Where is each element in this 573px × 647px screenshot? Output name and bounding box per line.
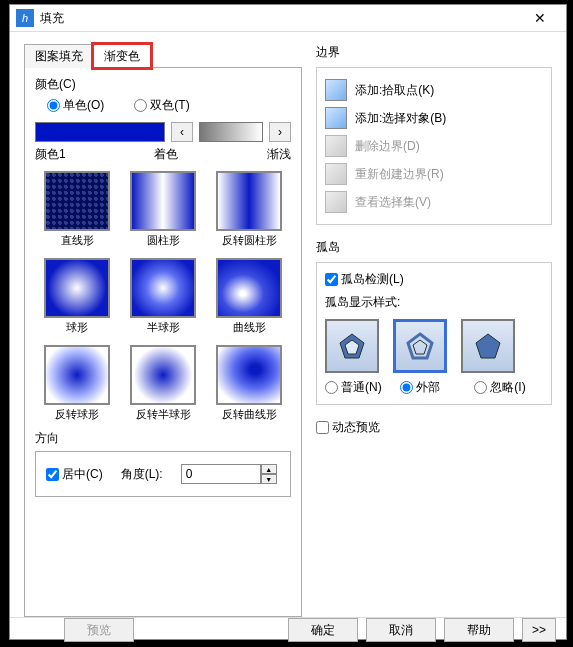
left-column: 图案填充 渐变色 颜色(C) 单色(O) 双色(T) ‹ › 颜色1 着色 bbox=[24, 44, 302, 617]
view-selection-icon bbox=[325, 191, 347, 213]
angle-input[interactable] bbox=[181, 464, 261, 484]
radio-two-label: 双色(T) bbox=[150, 97, 189, 114]
close-button[interactable]: ✕ bbox=[520, 5, 560, 31]
color-swatch[interactable] bbox=[35, 122, 165, 142]
label-color1: 颜色1 bbox=[35, 146, 66, 163]
tab-strip: 图案填充 渐变色 bbox=[24, 44, 302, 68]
cancel-button[interactable]: 取消 bbox=[366, 618, 436, 642]
preview-button[interactable]: 预览 bbox=[64, 618, 134, 642]
shade-left-button[interactable]: ‹ bbox=[171, 122, 193, 142]
direction-group: 方向 居中(C) 角度(L): ▲ ▼ bbox=[35, 430, 291, 497]
boundary-recreate: 重新创建边界(R) bbox=[325, 160, 543, 188]
island-style-label: 孤岛显示样式: bbox=[325, 294, 543, 311]
island-title: 孤岛 bbox=[316, 239, 552, 256]
titlebar: h 填充 ✕ bbox=[10, 5, 566, 32]
angle-spinner: ▲ ▼ bbox=[181, 464, 277, 484]
color-group-label: 颜色(C) bbox=[35, 76, 291, 93]
island-detect-checkbox[interactable]: 孤岛检测(L) bbox=[325, 271, 543, 288]
recreate-boundary-icon bbox=[325, 163, 347, 185]
tab-pattern[interactable]: 图案填充 bbox=[24, 44, 94, 68]
island-outer-radio[interactable]: 外部 bbox=[400, 379, 469, 396]
boundary-group: 边界 添加:拾取点(K) 添加:选择对象(B) 删除边界(D) 重新创建边界(R… bbox=[316, 44, 552, 225]
direction-label: 方向 bbox=[35, 430, 291, 447]
select-object-icon bbox=[325, 107, 347, 129]
swatch-linear[interactable]: 直线形 bbox=[41, 171, 113, 248]
swatch-inv-hemisphere[interactable]: 反转半球形 bbox=[127, 345, 199, 422]
ok-button[interactable]: 确定 bbox=[288, 618, 358, 642]
svg-marker-4 bbox=[476, 334, 500, 358]
boundary-view-selection: 查看选择集(V) bbox=[325, 188, 543, 216]
gradient-swatch-grid: 直线形 圆柱形 反转圆柱形 球形 半球形 曲线形 反转球形 反转半球形 反转曲线… bbox=[35, 171, 291, 422]
island-mode-icons bbox=[325, 319, 543, 373]
angle-up[interactable]: ▲ bbox=[261, 464, 277, 474]
radio-two-color[interactable]: 双色(T) bbox=[134, 97, 189, 114]
swatch-sphere[interactable]: 球形 bbox=[41, 258, 113, 335]
swatch-inv-sphere[interactable]: 反转球形 bbox=[41, 345, 113, 422]
angle-down[interactable]: ▼ bbox=[261, 474, 277, 484]
delete-boundary-icon bbox=[325, 135, 347, 157]
window-title: 填充 bbox=[40, 10, 520, 27]
dynamic-preview-checkbox[interactable]: 动态预览 bbox=[316, 419, 552, 436]
boundary-options: 添加:拾取点(K) 添加:选择对象(B) 删除边界(D) 重新创建边界(R) 查… bbox=[316, 67, 552, 225]
color-mode-row: 单色(O) 双色(T) bbox=[47, 97, 291, 114]
boundary-delete: 删除边界(D) bbox=[325, 132, 543, 160]
radio-one-label: 单色(O) bbox=[63, 97, 104, 114]
boundary-pick-point[interactable]: 添加:拾取点(K) bbox=[325, 76, 543, 104]
boundary-title: 边界 bbox=[316, 44, 552, 61]
direction-box: 居中(C) 角度(L): ▲ ▼ bbox=[35, 451, 291, 497]
svg-marker-3 bbox=[413, 340, 427, 354]
swatch-cylinder[interactable]: 圆柱形 bbox=[127, 171, 199, 248]
pick-point-icon bbox=[325, 79, 347, 101]
radio-one-color[interactable]: 单色(O) bbox=[47, 97, 104, 114]
help-button[interactable]: 帮助 bbox=[444, 618, 514, 642]
right-column: 边界 添加:拾取点(K) 添加:选择对象(B) 删除边界(D) 重新创建边界(R… bbox=[316, 44, 552, 617]
island-ignore-radio[interactable]: 忽略(I) bbox=[474, 379, 543, 396]
shade-slider[interactable] bbox=[199, 122, 263, 142]
tab-gradient[interactable]: 渐变色 bbox=[93, 44, 151, 68]
swatch-hemisphere[interactable]: 半球形 bbox=[127, 258, 199, 335]
island-outer-icon[interactable] bbox=[393, 319, 447, 373]
angle-label: 角度(L): bbox=[121, 466, 163, 483]
boundary-select-object[interactable]: 添加:选择对象(B) bbox=[325, 104, 543, 132]
label-tint: 着色 bbox=[154, 146, 178, 163]
swatch-curved[interactable]: 曲线形 bbox=[213, 258, 285, 335]
label-shade: 渐浅 bbox=[267, 146, 291, 163]
shade-right-button[interactable]: › bbox=[269, 122, 291, 142]
gradient-panel: 颜色(C) 单色(O) 双色(T) ‹ › 颜色1 着色 渐浅 直线 bbox=[24, 67, 302, 617]
swatch-inv-cylinder[interactable]: 反转圆柱形 bbox=[213, 171, 285, 248]
footer: 预览 确定 取消 帮助 >> bbox=[10, 617, 566, 642]
slider-labels: 颜色1 着色 渐浅 bbox=[35, 146, 291, 163]
island-mode-labels: 普通(N) 外部 忽略(I) bbox=[325, 379, 543, 396]
app-icon: h bbox=[16, 9, 34, 27]
expand-button[interactable]: >> bbox=[522, 618, 556, 642]
island-normal-icon[interactable] bbox=[325, 319, 379, 373]
center-checkbox[interactable]: 居中(C) bbox=[46, 466, 103, 483]
island-box: 孤岛检测(L) 孤岛显示样式: 普通(N) 外部 忽略(I) bbox=[316, 262, 552, 405]
island-normal-radio[interactable]: 普通(N) bbox=[325, 379, 394, 396]
fill-dialog: h 填充 ✕ 图案填充 渐变色 颜色(C) 单色(O) 双色(T) ‹ › bbox=[9, 4, 567, 640]
swatch-inv-curved[interactable]: 反转曲线形 bbox=[213, 345, 285, 422]
island-group: 孤岛 孤岛检测(L) 孤岛显示样式: 普通(N) 外部 忽略(I) bbox=[316, 239, 552, 405]
color-slider-row: ‹ › bbox=[35, 122, 291, 142]
island-ignore-icon[interactable] bbox=[461, 319, 515, 373]
content: 图案填充 渐变色 颜色(C) 单色(O) 双色(T) ‹ › 颜色1 着色 bbox=[10, 32, 566, 617]
